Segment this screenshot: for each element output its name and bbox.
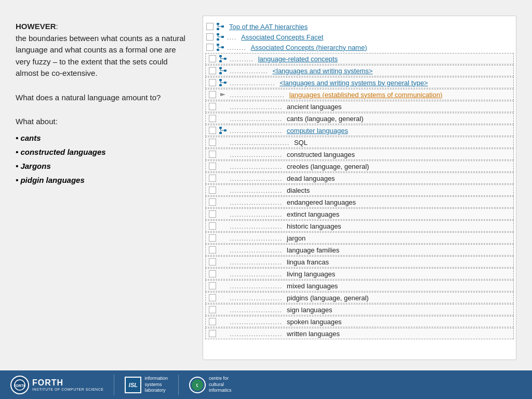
tree-label: ...................... pidgins (language… [230, 294, 369, 302]
tree-label-text: dialects [287, 187, 310, 194]
question1-text: What does a natural language amount to? [16, 92, 192, 104]
tree-row[interactable]: ........ Associated Concepts (hierarchy … [203, 42, 516, 52]
tree-checkbox[interactable] [209, 139, 216, 146]
tree-checkbox[interactable] [209, 91, 216, 98]
tree-checkbox[interactable] [209, 115, 216, 122]
tree-checkbox[interactable] [209, 198, 216, 206]
tree-label: ...................... mixed languages [230, 282, 338, 290]
svg-rect-0 [217, 23, 219, 25]
tree-checkbox[interactable] [209, 258, 216, 265]
svg-marker-36 [220, 93, 225, 96]
tree-label[interactable]: .... Associated Concepts Facet [227, 33, 323, 41]
no-icon [218, 257, 228, 267]
tree-label-text: extinct languages [287, 210, 339, 218]
tree-label-text: constructed languages [287, 151, 355, 158]
tree-row: ...................... creoles (language… [205, 161, 514, 172]
tree-label-text: endangered languages [287, 198, 356, 206]
tree-panel[interactable]: Top of the AAT hierarchies .... Associat… [203, 16, 516, 360]
tree-label: ...................... dead languages [230, 175, 335, 182]
tree-row[interactable]: ................ <languages and writing … [205, 65, 514, 76]
tree-checkbox[interactable] [209, 246, 216, 254]
question1-section: What does a natural language amount to? [16, 92, 192, 104]
tree-row[interactable]: ...................... computer language… [205, 125, 514, 136]
tree-dots: ...................... [230, 246, 285, 254]
tree-checkbox[interactable] [209, 127, 216, 134]
no-icon [218, 317, 228, 326]
tree-row: ...................... spoken languages [205, 316, 514, 327]
colon: : [56, 22, 58, 31]
tree-checkbox[interactable] [209, 163, 216, 170]
hierarchy-icon [218, 66, 228, 75]
tree-label-text[interactable]: <languages and writing systems> [272, 67, 373, 75]
tree-label-text: living languages [287, 270, 335, 278]
tree-checkbox[interactable] [209, 187, 216, 194]
tree-label[interactable]: ................ <languages and writing … [230, 67, 373, 75]
tree-row[interactable]: .... Associated Concepts Facet [203, 32, 516, 42]
tree-dots: ...................... [230, 198, 285, 206]
tree-checkbox[interactable] [209, 282, 216, 289]
cc-text: centre for cultural informatics [209, 376, 232, 394]
tree-row[interactable]: ....................... languages (estab… [205, 89, 514, 100]
tree-label-text: lingua francas [287, 258, 329, 266]
tree-checkbox[interactable] [209, 210, 216, 218]
tree-checkbox[interactable] [206, 33, 214, 41]
tree-label[interactable]: .......... language-related concepts [230, 55, 338, 63]
tree-checkbox[interactable] [206, 23, 214, 30]
tree-label-text[interactable]: computer languages [287, 127, 348, 135]
svg-rect-8 [221, 36, 224, 38]
tree-label-text[interactable]: Associated Concepts Facet [241, 33, 323, 41]
tree-label: ...................... spoken languages [230, 318, 342, 326]
footer-divider-1 [114, 375, 114, 395]
tree-label[interactable]: ................... <languages and writi… [230, 79, 428, 87]
tree-label[interactable]: Top of the AAT hierarchies [227, 23, 308, 31]
tree-checkbox[interactable] [206, 44, 214, 51]
tree-row: ...................... endangered langua… [205, 196, 514, 208]
tree-checkbox[interactable] [209, 294, 216, 301]
tree-checkbox[interactable] [209, 67, 216, 74]
main-content: HOWEVER: the boundaries between what cou… [0, 0, 532, 370]
bullet-list: cants constructed languages Jargons pidg… [16, 131, 192, 187]
tree-label: ...................... written languages [230, 330, 340, 338]
tree-label: ...................... endangered langua… [230, 198, 356, 206]
tree-checkbox[interactable] [209, 175, 216, 182]
tree-row: ...................... sign languages [205, 304, 514, 315]
tree-label[interactable]: ....................... languages (estab… [230, 91, 443, 99]
tree-checkbox[interactable] [209, 151, 216, 158]
tree-label-text[interactable]: Associated Concepts (hierarchy name) [251, 44, 367, 51]
tree-checkbox[interactable] [209, 318, 216, 325]
tree-label: ...................... cants (language, … [230, 115, 364, 123]
tree-label-text[interactable]: <languages and writing systems by genera… [280, 79, 428, 87]
tree-row: ......................... SQL [205, 137, 514, 148]
tree-label-text[interactable]: languages (established systems of commun… [289, 91, 443, 99]
no-icon [218, 114, 228, 123]
tree-dots: ................ [230, 67, 270, 75]
tree-checkbox[interactable] [209, 222, 216, 230]
tree-row[interactable]: ................... <languages and writi… [205, 77, 514, 88]
tree-checkbox[interactable] [209, 270, 216, 277]
tree-label-text[interactable]: language-related concepts [258, 55, 338, 63]
tree-dots: ...................... [230, 151, 285, 158]
tree-label-text: mixed languages [287, 282, 338, 290]
tree-checkbox[interactable] [209, 330, 216, 337]
tree-row[interactable]: Top of the AAT hierarchies [203, 21, 516, 32]
intro-section: HOWEVER: the boundaries between what cou… [16, 21, 192, 79]
svg-rect-2 [221, 25, 224, 28]
tree-checkbox[interactable] [209, 103, 216, 110]
tree-dots: ...................... [230, 306, 285, 314]
tree-row: ...................... lingua francas [205, 256, 514, 268]
tree-row: ...................... dead languages [205, 172, 514, 184]
svg-rect-12 [217, 44, 219, 46]
tree-row[interactable]: .......... language-related concepts [205, 53, 514, 64]
svg-rect-24 [219, 67, 222, 69]
tree-label[interactable]: ........ Associated Concepts (hierarchy … [227, 44, 367, 51]
tree-checkbox[interactable] [209, 55, 216, 62]
tree-label[interactable]: ...................... computer language… [230, 127, 348, 135]
tree-checkbox[interactable] [209, 234, 216, 242]
no-icon [218, 162, 228, 171]
tree-label-text: dead languages [287, 175, 335, 182]
no-icon [218, 150, 228, 159]
tree-checkbox[interactable] [209, 79, 216, 86]
tree-label-text[interactable]: Top of the AAT hierarchies [229, 23, 308, 31]
tree-checkbox[interactable] [209, 306, 216, 313]
svg-rect-18 [219, 55, 222, 57]
